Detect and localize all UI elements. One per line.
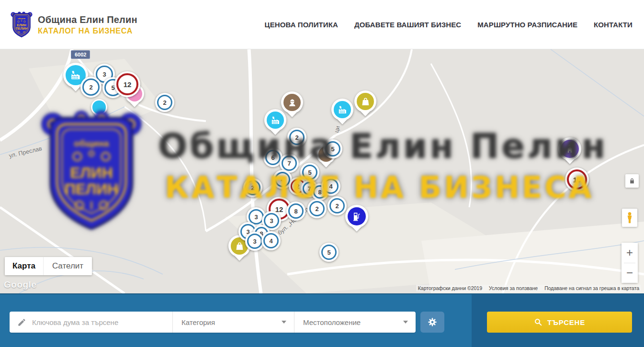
brand[interactable]: община ЕЛИН ПЕЛИН Община Елин Пелин КАТА… xyxy=(11,11,137,38)
pegman-icon xyxy=(625,211,634,224)
cluster-marker[interactable]: 8 xyxy=(286,201,305,221)
cluster-marker[interactable]: 2 xyxy=(243,178,262,197)
keyword-input[interactable] xyxy=(32,318,161,326)
cluster-marker[interactable]: 2 xyxy=(307,199,327,218)
map-type-map-button[interactable]: Карта xyxy=(5,257,43,275)
lock-button[interactable] xyxy=(625,174,639,188)
pencil-icon xyxy=(17,318,26,327)
search-button-label: ТЪРСЕНЕ xyxy=(547,318,585,326)
brand-title: Община Елин Пелин xyxy=(38,14,137,25)
cluster-marker[interactable]: 12 xyxy=(114,71,140,97)
map-pin-factory[interactable] xyxy=(264,109,286,131)
municipality-logo-icon: община ЕЛИН ПЕЛИН xyxy=(11,11,33,38)
factory-icon xyxy=(334,101,351,119)
chevron-down-icon xyxy=(403,321,408,324)
google-logo[interactable]: Google xyxy=(4,280,36,290)
map-pin-fuel[interactable] xyxy=(345,205,368,228)
cluster-marker[interactable]: 4 xyxy=(261,231,281,250)
chevron-down-icon xyxy=(282,321,286,324)
header: община ЕЛИН ПЕЛИН Община Елин Пелин КАТА… xyxy=(0,0,644,49)
nav-item-contacts[interactable]: КОНТАКТИ xyxy=(594,21,633,29)
map-pin-factory[interactable] xyxy=(331,99,353,121)
cluster-marker[interactable]: 2 xyxy=(287,128,306,147)
cluster-marker[interactable]: 2 xyxy=(80,77,102,98)
zoom-control: + − xyxy=(621,243,638,283)
church-icon xyxy=(561,140,579,158)
factory-icon xyxy=(267,112,284,129)
bag-icon xyxy=(357,93,374,111)
map-type-control: Карта Сателит xyxy=(5,257,92,275)
main-nav: ЦЕНОВА ПОЛИТИКА ДОБАВЕТЕ ВАШИЯТ БИЗНЕС М… xyxy=(265,0,633,49)
attribution-copyright: Картографски данни ©2019 xyxy=(418,285,482,291)
map-type-satellite-button[interactable]: Сателит xyxy=(43,257,92,275)
search-icon xyxy=(534,318,542,326)
cluster-marker[interactable]: 2 xyxy=(155,93,174,112)
location-dropdown[interactable]: Местоположение xyxy=(294,312,416,333)
map-pin-bag[interactable] xyxy=(354,90,376,112)
map-pin-worker[interactable] xyxy=(281,91,303,113)
search-panel: Категория Местоположение ТЪРСЕНЕ xyxy=(0,293,644,347)
map-attribution: Картографски данни ©2019 Условия за полз… xyxy=(416,285,641,291)
attribution-report-link[interactable]: Подаване на сигнал за грешка в картата xyxy=(544,285,639,291)
attribution-terms-link[interactable]: Условия за ползване xyxy=(489,285,538,291)
cluster-marker[interactable]: 5 xyxy=(323,139,342,158)
cluster-marker[interactable]: 5 xyxy=(319,243,339,262)
street-view-pegman-button[interactable] xyxy=(622,209,637,227)
location-dropdown-label: Местоположение xyxy=(303,318,361,326)
map-pin-church[interactable] xyxy=(558,137,581,160)
search-fields: Категория Местоположение xyxy=(10,312,416,333)
category-dropdown[interactable]: Категория xyxy=(172,312,294,333)
zoom-out-button[interactable]: − xyxy=(621,263,638,283)
map-pin-plain[interactable] xyxy=(91,99,107,115)
nav-item-pricing[interactable]: ЦЕНОВА ПОЛИТИКА xyxy=(265,21,338,29)
cluster-marker[interactable]: 10 xyxy=(565,168,589,191)
advanced-settings-button[interactable] xyxy=(420,312,444,333)
brand-subtitle: КАТАЛОГ НА БИЗНЕСА xyxy=(38,27,137,35)
nav-item-add-business[interactable]: ДОБАВЕТЕ ВАШИЯТ БИЗНЕС xyxy=(354,21,461,29)
svg-text:ПЕЛИН: ПЕЛИН xyxy=(16,27,27,30)
map-canvas[interactable]: 6002 ул. Преславбул. „Новоселци 32512225… xyxy=(0,49,644,293)
zoom-in-button[interactable]: + xyxy=(621,243,638,263)
svg-text:ЕЛИН: ЕЛИН xyxy=(17,23,26,27)
keyword-field[interactable] xyxy=(10,312,172,333)
category-dropdown-label: Категория xyxy=(181,318,215,326)
search-button[interactable]: ТЪРСЕНЕ xyxy=(487,312,632,333)
worker-icon xyxy=(283,94,301,112)
cluster-marker[interactable]: 4 xyxy=(321,177,340,196)
svg-text:община: община xyxy=(18,17,26,20)
gear-icon xyxy=(427,317,438,327)
fuel-icon xyxy=(348,207,366,225)
cluster-marker[interactable]: 2 xyxy=(328,196,347,215)
lock-icon xyxy=(629,178,635,184)
nav-item-schedule[interactable]: МАРШРУТНО РАЗПИСАНИЕ xyxy=(477,21,577,29)
plain-icon xyxy=(92,101,105,113)
